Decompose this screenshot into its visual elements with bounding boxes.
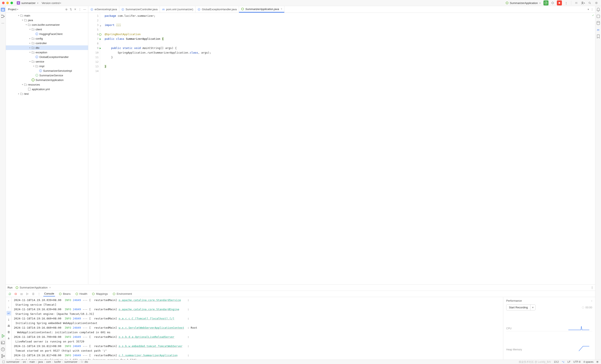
close-icon[interactable]: × (49, 286, 51, 289)
database-icon[interactable] (596, 21, 601, 25)
subtab-menu-icon[interactable]: ⋮ (38, 292, 40, 295)
inspection-ok-icon[interactable]: ✓ (592, 14, 594, 17)
chevron-icon[interactable]: ▸ (29, 38, 31, 39)
start-recording-button[interactable]: Start Recording ▾ (506, 304, 535, 310)
more-actions-button[interactable]: ⋮ (563, 0, 569, 5)
tree-row[interactable]: CSummarizerServiceImpl (6, 69, 88, 73)
file-encoding[interactable]: UTF-8 (573, 360, 581, 363)
tree-row[interactable]: CGlobalExceptionHandler (6, 55, 88, 59)
chevron-icon[interactable]: ▸ (17, 93, 20, 95)
soft-wrap-icon[interactable]: ↩ (7, 311, 11, 315)
tree-row[interactable]: ▾exception (6, 50, 88, 55)
tree-row[interactable]: ▾com.lucifer.summarizer (6, 22, 88, 27)
chevron-icon[interactable]: ▾ (29, 28, 31, 30)
editor-tab[interactable]: CGlobalExceptionHandler.java (195, 6, 239, 12)
editor-gutter[interactable]: 123▸567891011121314 (88, 13, 100, 284)
subtab-beans[interactable]: Beans (58, 291, 71, 296)
breadcrumb-item[interactable]: lucifer (54, 360, 61, 363)
more-tools-button[interactable]: ⋯ (1, 21, 5, 25)
terminal-tool-button[interactable] (1, 340, 5, 345)
rerun-icon[interactable] (8, 293, 11, 295)
notifications-icon[interactable] (596, 7, 601, 12)
dump-threads-icon[interactable] (32, 293, 35, 295)
project-tree[interactable]: ▾main▾java▾com.lucifer.summarizer▾client… (6, 13, 88, 284)
subtab-health[interactable]: Health (74, 291, 88, 296)
chevron-down-icon[interactable]: ▾ (588, 8, 589, 11)
select-opened-file-icon[interactable]: ⊕ (65, 8, 68, 11)
tree-row[interactable]: ▾impl (6, 64, 88, 69)
exit-icon[interactable] (26, 293, 29, 295)
breadcrumb-item[interactable]: main (30, 360, 35, 363)
tree-row[interactable]: ▾client (6, 27, 88, 32)
line-separator[interactable]: LF (568, 360, 571, 363)
chevron-icon[interactable]: ▾ (25, 24, 28, 26)
chevron-down-icon[interactable]: ▾ (17, 8, 18, 10)
close-icon[interactable]: × (280, 8, 282, 10)
settings-icon[interactable] (594, 0, 599, 5)
stop-icon[interactable] (14, 293, 17, 295)
problems-tool-button[interactable] (1, 347, 5, 352)
run-gutter-icon[interactable] (99, 46, 101, 51)
chevron-icon[interactable]: ▾ (21, 83, 24, 86)
editor-body[interactable]: 123▸567891011121314 package com.lucifer.… (88, 13, 595, 284)
stop-button[interactable] (557, 0, 562, 5)
tree-row[interactable]: ▸config (6, 36, 88, 41)
subtab-console[interactable]: Console (43, 291, 55, 296)
breadcrumb-item[interactable]: com (46, 360, 51, 363)
tab-menu-icon[interactable]: ⋮ (591, 8, 593, 11)
tree-row[interactable]: application.yml (6, 87, 88, 91)
breadcrumbs[interactable]: summarizer›src›main›java›com›lucifer›sum… (6, 360, 88, 364)
run-tool-button[interactable] (1, 334, 5, 338)
search-icon[interactable] (587, 0, 592, 5)
run-config-tab[interactable]: SummarizerApplication × (14, 285, 52, 290)
panel-menu-icon[interactable]: ⋮ (79, 8, 81, 11)
structure-tool-button[interactable] (1, 14, 5, 19)
indent-setting[interactable]: 4 spaces (583, 360, 593, 363)
chevron-icon[interactable]: ▾ (29, 60, 31, 63)
zoom-window[interactable] (10, 2, 13, 4)
panel-menu-icon[interactable]: ⋮ (591, 286, 593, 289)
code-with-me-icon[interactable] (574, 0, 579, 5)
close-window[interactable] (2, 2, 5, 4)
expand-all-icon[interactable]: ⇅ (70, 8, 72, 11)
version-control-menu[interactable]: Version control ▾ (42, 1, 61, 5)
fold-icon[interactable]: ▸ (100, 23, 101, 28)
project-selector[interactable]: S summarizer ▾ (15, 1, 40, 5)
editor-tab[interactable]: CSummarizerController.java (119, 6, 160, 12)
project-tool-button[interactable] (1, 7, 5, 12)
tree-row[interactable]: ▸test (6, 91, 88, 96)
reader-mode-icon[interactable]: ⛨ (596, 360, 599, 363)
tree-row[interactable]: ▸dto (6, 45, 88, 50)
editor-tab[interactable]: mpom.xml (summarizer) (160, 6, 195, 12)
tree-row[interactable]: SummarizerApplication (6, 78, 88, 82)
collapse-icon[interactable]: ✕ (74, 8, 76, 11)
tree-row[interactable]: CHuggingFaceClient (6, 32, 88, 36)
chevron-icon[interactable]: ▾ (32, 65, 35, 67)
scroll-up-icon[interactable]: ↑ (7, 298, 11, 303)
debug-button[interactable] (550, 0, 555, 5)
translate-icon[interactable]: 文A (581, 0, 586, 5)
clear-icon[interactable]: 🗑 (7, 330, 11, 334)
run-configuration-selector[interactable]: SummarizerApplication ▾ (504, 1, 542, 5)
maven-icon[interactable]: m (596, 27, 601, 32)
chevron-icon[interactable]: ▾ (17, 14, 20, 17)
breadcrumb-item[interactable]: summarizer (6, 360, 20, 363)
chevron-icon[interactable]: ▸ (29, 42, 31, 44)
chevron-icon[interactable]: ▾ (21, 19, 24, 21)
tree-row[interactable]: ISummarizerService (6, 73, 88, 78)
minimize-window[interactable] (6, 2, 9, 4)
breadcrumb-item[interactable]: summarizer (64, 360, 77, 363)
console-output[interactable]: 2024-11-18T14.19.10.039+08.00 INFO 24849… (12, 297, 503, 360)
tree-row[interactable]: ▾main (6, 13, 88, 18)
caret-position[interactable]: 13:2 (554, 360, 559, 363)
camera-icon[interactable] (20, 293, 23, 295)
run-button[interactable] (543, 0, 549, 5)
scroll-down-icon[interactable]: ↓ (7, 305, 11, 309)
tree-row[interactable]: ▾java (6, 18, 88, 22)
chevron-right-icon[interactable]: › (591, 299, 592, 302)
editor-tab[interactable]: SummarizerApplication.java× (239, 6, 284, 12)
bean-gutter-icon[interactable] (99, 33, 101, 37)
copilot-icon[interactable]: ⌥ (562, 360, 565, 363)
print-icon[interactable]: 🖶 (7, 324, 11, 328)
git-tool-button[interactable] (1, 354, 5, 358)
